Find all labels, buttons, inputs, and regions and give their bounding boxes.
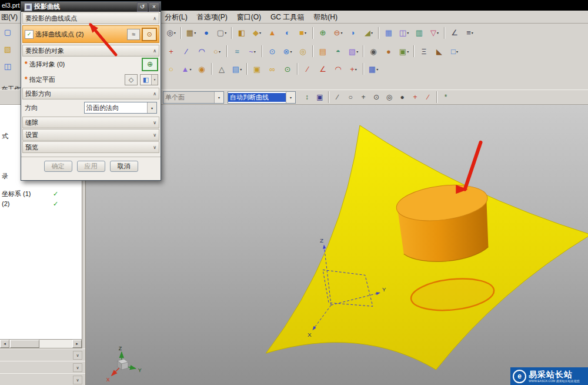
cone-icon[interactable]: ▲ ▾ xyxy=(179,62,193,76)
edge-blend-icon[interactable]: ◗ xyxy=(346,26,360,40)
close-icon[interactable]: × xyxy=(149,2,159,12)
hole-icon[interactable]: ◉ xyxy=(366,44,380,58)
point-select-mode-icon[interactable]: ⊙ xyxy=(142,28,157,41)
plane-dialog-button[interactable]: ◇ xyxy=(125,74,138,85)
chevron-down-icon[interactable]: ▾ xyxy=(472,31,473,35)
horizontal-scrollbar[interactable]: ◂ ▸ xyxy=(0,339,82,349)
mid-point-icon[interactable]: ○ xyxy=(345,91,356,103)
menu-item[interactable]: GC 工具箱 xyxy=(270,12,304,22)
chevron-down-icon[interactable]: ▾ xyxy=(437,31,439,35)
chevron-down-icon[interactable]: ▾ xyxy=(376,67,378,71)
group-curves-to-project[interactable]: 要投影的曲线或点 ∧ xyxy=(22,12,159,24)
slash-icon[interactable]: ∕ xyxy=(422,91,434,103)
chevron-up-icon[interactable]: ∧ xyxy=(153,16,156,21)
select-object-button[interactable]: ⊕ xyxy=(142,58,158,71)
check-icon[interactable]: ✓ xyxy=(53,190,58,198)
point-icon[interactable]: + xyxy=(164,44,178,58)
chevron-down-icon[interactable]: ∨ xyxy=(153,145,156,150)
arc-center-icon[interactable]: ⊙ xyxy=(370,91,382,103)
menu-item[interactable]: 分析(L) xyxy=(165,12,188,22)
plane-icon[interactable]: ◧ xyxy=(141,75,151,85)
direction-select[interactable]: 沿面的法向 ▾ xyxy=(84,102,157,114)
group-projection-direction[interactable]: 投影方向 ∧ xyxy=(22,88,159,99)
boss-icon[interactable]: ● xyxy=(382,44,396,58)
sketch-line-icon[interactable]: ∕ xyxy=(300,62,315,76)
chevron-down-icon[interactable]: ▾ xyxy=(225,31,226,35)
view-triad[interactable] xyxy=(112,352,136,376)
point-on-curve-icon[interactable]: ▣ xyxy=(314,91,326,103)
chevron-down-icon[interactable]: ▾ xyxy=(174,31,176,35)
triangle-mesh-icon[interactable]: △ xyxy=(215,62,229,76)
curve-rule-select[interactable]: 自动判断曲线 ▾ xyxy=(228,91,296,104)
chevron-down-icon[interactable]: ▾ xyxy=(147,102,156,113)
extrude-icon[interactable]: ▲ xyxy=(265,26,279,40)
select-object-row[interactable]: * 选择对象 (0) ⊕ xyxy=(21,57,161,72)
chevron-down-icon[interactable]: ▾ xyxy=(340,31,342,35)
ruled-surface-icon[interactable]: ▧ ▾ xyxy=(346,44,360,58)
open-part-icon[interactable]: ▧ xyxy=(1,42,15,56)
datum-plane-icon[interactable]: ◧ xyxy=(235,26,249,40)
new-part-icon[interactable]: ▢ xyxy=(1,25,15,39)
sphere-icon[interactable]: ○ xyxy=(164,62,178,76)
chevron-down-icon[interactable]: ∨ xyxy=(153,120,156,125)
thread-icon[interactable]: Ξ xyxy=(417,44,431,58)
trim-body-icon[interactable]: ▽ ▾ xyxy=(427,26,442,40)
quadrant-point-icon[interactable]: ◎ xyxy=(383,91,395,103)
chevron-down-icon[interactable]: ▾ xyxy=(194,31,196,35)
chevron-down-icon[interactable]: ▾ xyxy=(240,67,242,71)
intersect-curve-icon[interactable]: ⊗ ▾ xyxy=(280,44,295,58)
shell-icon[interactable]: ▥ xyxy=(412,26,426,40)
sketch-icon[interactable]: ◆ ▾ xyxy=(250,26,264,40)
chevron-down-icon[interactable]: ∨ xyxy=(73,363,82,372)
sketch-arc-icon[interactable]: ◠ xyxy=(331,62,345,76)
chevron-down-icon[interactable]: ▾ xyxy=(219,49,220,54)
revolve-icon[interactable]: ◐ xyxy=(280,26,295,40)
navigator-item-csys[interactable]: 坐标系 (1) ✓ xyxy=(0,189,82,198)
chevron-down-icon[interactable]: ∨ xyxy=(73,376,82,384)
group-settings[interactable]: 设置 ∨ xyxy=(22,129,159,141)
measure-icon[interactable]: ∠ xyxy=(447,26,462,40)
block-icon[interactable]: ■ ▾ xyxy=(296,26,310,40)
point-constructor-icon[interactable]: + xyxy=(409,91,421,103)
draft-icon[interactable]: ◣ xyxy=(432,44,446,58)
chevron-up-icon[interactable]: ∧ xyxy=(153,91,156,97)
mirror-feature-icon[interactable]: ◫ ▾ xyxy=(397,26,411,40)
cancel-button[interactable]: 取消 xyxy=(110,161,138,172)
chevron-down-icon[interactable]: ▾ xyxy=(407,49,409,54)
group-gap[interactable]: 缝隙 ∨ xyxy=(22,117,159,128)
dialog-titlebar[interactable]: ▦ 投影曲线 ↺ × xyxy=(21,2,161,12)
scrollbar-thumb[interactable] xyxy=(10,340,39,348)
pocket-icon[interactable]: ▣ ▾ xyxy=(397,44,411,58)
ok-button[interactable]: 确定 xyxy=(44,161,72,172)
apply-button[interactable]: 应用 xyxy=(77,161,105,172)
constraint-icon[interactable]: ⊙ xyxy=(280,62,295,76)
pattern-feature-icon[interactable]: ▦ xyxy=(382,26,396,40)
zoom-icon[interactable]: ◎ ▾ xyxy=(164,26,178,40)
circle-icon[interactable]: ○ ▾ xyxy=(210,44,224,58)
snap-point-toggle-icon[interactable]: ↕ xyxy=(301,91,313,103)
scale-body-icon[interactable]: □ ▾ xyxy=(447,44,462,58)
chevron-down-icon[interactable]: ▾ xyxy=(254,49,256,54)
grid-icon[interactable]: ▦ ▾ xyxy=(366,62,380,76)
save-icon[interactable]: ◫ xyxy=(1,59,15,73)
curve-select-mode-icon[interactable]: ≈ xyxy=(127,29,140,40)
chevron-down-icon[interactable]: ▾ xyxy=(189,67,191,71)
chamfer-icon[interactable]: ◢ ▾ xyxy=(362,26,376,40)
face-icon[interactable]: ▤ ▾ xyxy=(230,62,244,76)
swept-icon[interactable]: ◓ xyxy=(331,44,345,58)
arc-icon[interactable]: ◠ xyxy=(195,44,209,58)
chevron-down-icon[interactable]: ▾ xyxy=(286,92,295,103)
sketch-angle-icon[interactable]: ∠ xyxy=(316,62,330,76)
specify-plane-row[interactable]: * 指定平面 ◇ ◧ ▾ xyxy=(21,72,161,87)
chevron-down-icon[interactable]: ▾ xyxy=(456,49,458,54)
unite-icon[interactable]: ⊕ xyxy=(316,26,330,40)
chevron-up-icon[interactable]: ∧ xyxy=(153,48,156,54)
menu-item[interactable]: 帮助(H) xyxy=(313,12,338,22)
through-curves-icon[interactable]: ▤ xyxy=(316,44,330,58)
more-commands-icon[interactable]: ≡ ▾ xyxy=(463,26,477,40)
settings-icon[interactable]: * xyxy=(440,91,452,103)
reset-icon[interactable]: ↺ xyxy=(137,2,148,12)
chevron-down-icon[interactable]: ∨ xyxy=(73,351,82,360)
scroll-right-icon[interactable]: ▸ xyxy=(72,340,82,348)
chevron-down-icon[interactable]: ▾ xyxy=(214,92,223,103)
